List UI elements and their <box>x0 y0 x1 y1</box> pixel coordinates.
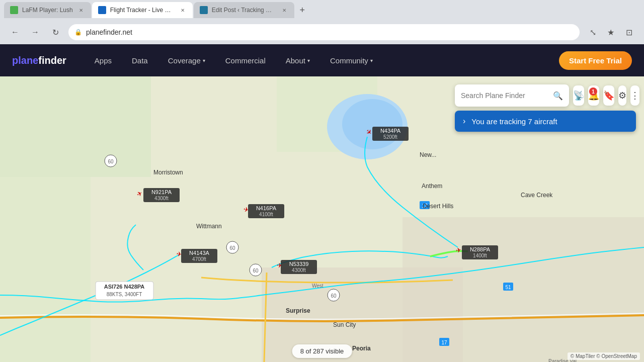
reload-button[interactable]: ↻ <box>48 25 62 39</box>
svg-text:Desert Hills: Desert Hills <box>423 203 453 210</box>
tab-bar: LaFM Player: Lush ✕ Flight Tracker - Liv… <box>0 0 644 20</box>
radar-icon: 📡 <box>573 90 584 101</box>
svg-text:60: 60 <box>331 293 337 299</box>
map-container[interactable]: 60 60 60 60 17 51 17 <box>0 76 644 362</box>
nav-about[interactable]: About ▾ <box>278 52 318 69</box>
svg-text:4300ft: 4300ft <box>292 267 306 273</box>
about-chevron: ▾ <box>307 58 310 63</box>
tab-2[interactable]: Flight Tracker - Live Flight... ✕ <box>92 2 193 18</box>
svg-text:Sun City: Sun City <box>333 321 356 328</box>
search-overlay: 🔍 📡 🔔 1 🔖 ⚙ ⋮ <box>455 84 636 132</box>
back-button[interactable]: ← <box>8 25 22 39</box>
svg-text:60: 60 <box>253 268 259 274</box>
navbar: planefinder Apps Data Coverage ▾ Commerc… <box>0 44 644 76</box>
svg-text:N921PA: N921PA <box>151 189 172 195</box>
more-button[interactable]: ⋮ <box>630 85 639 106</box>
svg-text:Anthem: Anthem <box>422 183 442 190</box>
search-bar: 🔍 <box>455 84 569 107</box>
nav-apps[interactable]: Apps <box>87 52 120 69</box>
tab-1[interactable]: LaFM Player: Lush ✕ <box>4 2 91 18</box>
tab-2-close[interactable]: ✕ <box>179 6 187 14</box>
tab-1-title: LaFM Player: Lush <box>22 7 73 14</box>
svg-text:1400ft: 1400ft <box>473 253 487 258</box>
search-input[interactable] <box>461 92 549 100</box>
svg-text:West: West <box>312 283 324 289</box>
browser-actions: ⤡ ★ ⊡ <box>586 25 636 39</box>
start-free-button[interactable]: Start Free Trial <box>559 51 632 70</box>
search-button[interactable]: 🔍 <box>553 91 563 101</box>
svg-text:New...: New... <box>420 151 436 158</box>
svg-text:N288PA: N288PA <box>470 246 491 252</box>
svg-point-5 <box>342 99 403 149</box>
map-attribution: © MapTiler © OpenStreetMap <box>568 352 640 360</box>
svg-text:N4143A: N4143A <box>189 250 209 256</box>
nav-links: Apps Data Coverage ▾ Commercial About ▾ … <box>87 52 559 69</box>
share-button[interactable]: ⤡ <box>586 25 600 39</box>
svg-text:ASI726 N428PA: ASI726 N428PA <box>104 284 145 290</box>
nav-coverage[interactable]: Coverage ▾ <box>160 52 213 69</box>
settings-button[interactable]: ⚙ <box>618 85 626 106</box>
browser-chrome: LaFM Player: Lush ✕ Flight Tracker - Liv… <box>0 0 644 44</box>
svg-rect-7 <box>403 217 644 362</box>
svg-text:5200ft: 5200ft <box>383 134 397 140</box>
svg-text:88KTS, 3400FT: 88KTS, 3400FT <box>107 292 142 297</box>
bookmark-button[interactable]: ★ <box>604 25 618 39</box>
svg-text:51: 51 <box>505 285 511 290</box>
map-background: 60 60 60 60 17 51 17 <box>0 76 644 362</box>
bookmarks-icon: 🔖 <box>603 90 614 101</box>
svg-text:60: 60 <box>108 159 114 164</box>
status-text: 8 of 287 visible <box>300 347 344 355</box>
community-chevron: ▾ <box>370 58 373 63</box>
more-icon: ⋮ <box>630 90 639 101</box>
forward-button[interactable]: → <box>28 25 42 39</box>
status-bar: 8 of 287 visible <box>292 344 352 358</box>
bookmarks-button[interactable]: 🔖 <box>603 85 614 106</box>
tab-3-close[interactable]: ✕ <box>280 6 288 14</box>
svg-rect-2 <box>0 177 91 362</box>
tab-3-title: Edit Post ‹ Tracking Nazio... <box>212 7 276 14</box>
coverage-chevron: ▾ <box>203 58 205 63</box>
svg-text:Morristown: Morristown <box>153 169 183 176</box>
tracking-text: You are tracking 7 aircraft <box>471 117 557 126</box>
extend-button[interactable]: ⊡ <box>622 25 636 39</box>
svg-rect-1 <box>0 76 151 177</box>
svg-text:Peoria: Peoria <box>352 345 371 352</box>
svg-text:Cave Creek: Cave Creek <box>521 192 553 199</box>
tab-1-close[interactable]: ✕ <box>77 6 85 14</box>
nav-data[interactable]: Data <box>124 52 156 69</box>
tab-1-favicon <box>10 6 18 14</box>
tab-3[interactable]: Edit Post ‹ Tracking Nazio... ✕ <box>194 2 294 18</box>
svg-text:N53339: N53339 <box>289 261 309 267</box>
lock-icon: 🔒 <box>74 29 82 36</box>
svg-text:N416PA: N416PA <box>256 205 277 211</box>
logo: planefinder <box>12 55 66 66</box>
tab-2-title: Flight Tracker - Live Flight... <box>110 7 175 14</box>
svg-text:Wittmann: Wittmann <box>196 223 222 230</box>
notification-button[interactable]: 🔔 1 <box>588 85 599 106</box>
svg-text:N434PA: N434PA <box>380 128 401 134</box>
url-bar[interactable]: 🔒 planefinder.net <box>68 24 580 40</box>
svg-text:60: 60 <box>229 245 235 251</box>
nav-commercial[interactable]: Commercial <box>217 52 274 69</box>
svg-text:Surprise: Surprise <box>286 307 310 314</box>
new-tab-button[interactable]: + <box>295 3 309 17</box>
tracking-chevron: › <box>463 117 465 126</box>
tracking-banner[interactable]: › You are tracking 7 aircraft <box>455 111 636 132</box>
svg-text:4300ft: 4300ft <box>154 196 169 201</box>
svg-text:17: 17 <box>441 340 447 345</box>
tab-3-favicon <box>200 6 208 14</box>
settings-icon: ⚙ <box>618 90 626 101</box>
url-text: planefinder.net <box>86 28 132 36</box>
address-bar: ← → ↻ 🔒 planefinder.net ⤡ ★ ⊡ <box>0 20 644 44</box>
app: planefinder Apps Data Coverage ▾ Commerc… <box>0 44 644 362</box>
tab-2-favicon <box>98 6 106 14</box>
nav-community[interactable]: Community ▾ <box>322 52 381 69</box>
svg-text:4100ft: 4100ft <box>259 212 273 217</box>
radar-button[interactable]: 📡 <box>573 85 584 106</box>
notification-badge: 1 <box>589 87 597 96</box>
svg-text:4700ft: 4700ft <box>192 256 206 262</box>
